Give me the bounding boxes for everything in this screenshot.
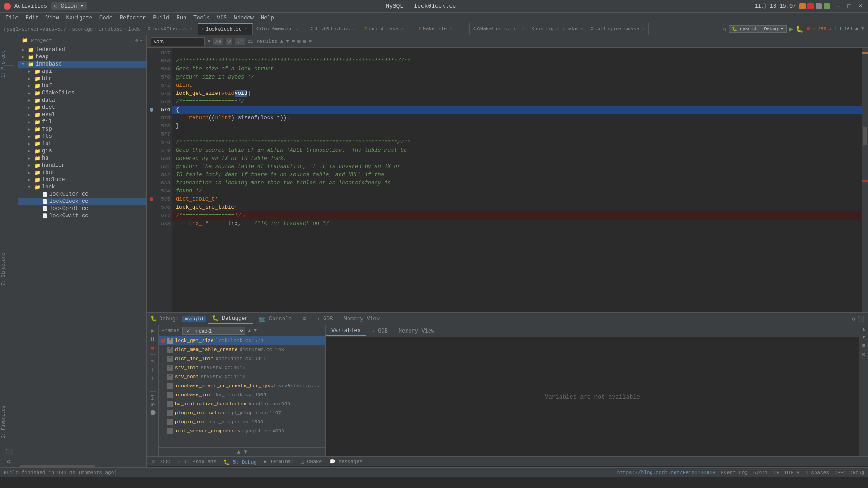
activities-label[interactable]: Activities [14, 3, 47, 9]
tab-console[interactable]: 📺 Console [255, 314, 297, 324]
expand-all-btn[interactable]: ▲ [248, 328, 251, 333]
bottom-tab-problems[interactable]: ⚠ 6: Problems [174, 458, 220, 465]
menu-vcs[interactable]: VCS [213, 14, 231, 22]
breadcrumb-part2[interactable]: storage [72, 27, 93, 32]
menu-navigate[interactable]: Navigate [62, 14, 96, 22]
tab-dict0mem[interactable]: Cdict0mem.cc× [253, 23, 307, 35]
breadcrumb-part1[interactable]: mysql-server-vats-5.7 [4, 27, 66, 32]
csdn-link[interactable]: https://blog.csdn.net/Fei20140908 [617, 470, 716, 475]
debug-run-btn[interactable]: 🐛 [796, 25, 803, 33]
tree-fut[interactable]: ▶ 📁 fut [18, 140, 146, 147]
tab-makefile[interactable]: MMakefile× [415, 23, 470, 35]
regex-btn[interactable]: .* [235, 38, 245, 45]
filter-btn[interactable]: ≡ [309, 39, 312, 44]
close-btn[interactable]: × [856, 2, 864, 10]
structure-panel-btn[interactable]: 7: Structure [0, 251, 7, 287]
encoding[interactable]: UTF-8 [785, 470, 800, 475]
debug-settings-btn[interactable]: ⚙ [852, 315, 855, 323]
thread-select[interactable]: ✓ Thread-1 [182, 327, 245, 335]
debug-config-badge[interactable]: 🐛 mysqld | Debug ▾ [729, 25, 787, 33]
bottom-tab-cmake[interactable]: △ CMake [297, 458, 326, 465]
tree-gis[interactable]: ▶ 📁 gis [18, 147, 146, 155]
menu-run[interactable]: Run [173, 14, 190, 22]
menu-view[interactable]: View [42, 14, 63, 22]
var-tab-gdb[interactable]: ✦ GDB [366, 326, 393, 336]
frame-item-6[interactable]: f innobase_start_or_create_for_mysql srv… [159, 381, 326, 390]
var-tab-variables[interactable]: Variables [326, 326, 366, 336]
tree-eval[interactable]: ▶ 📁 eval [18, 111, 146, 118]
infinity-btn[interactable]: ∞ [862, 351, 866, 358]
tree-cmakefiles[interactable]: ▶ 📁 CMakeFiles [18, 89, 146, 97]
bottom-tab-messages[interactable]: 💬 Messages [326, 458, 366, 465]
tree-buf[interactable]: ▶ 📁 buf [18, 82, 146, 89]
event-log[interactable]: Event Log [721, 470, 748, 475]
maximize-btn[interactable]: □ [845, 3, 853, 10]
menu-window[interactable]: Window [231, 14, 257, 22]
frame-item-3[interactable]: f dict_ind_init dict0dict.cc:6011 [159, 354, 326, 363]
tree-heap[interactable]: ▶ 📁 heap [18, 53, 146, 61]
tree-fts[interactable]: ▶ 📁 fts [18, 133, 146, 140]
filetree-settings-btn[interactable]: ⚙ [135, 38, 138, 43]
menu-tools[interactable]: Tools [190, 14, 213, 22]
tab-cmakelists[interactable]: CCMakeLists.txt× [470, 23, 528, 35]
code-content[interactable]: /***************************************… [172, 48, 862, 312]
favorites-panel-btn[interactable]: 2: Favorites [0, 404, 7, 440]
tree-ibuf[interactable]: ▶ 📁 ibuf [18, 169, 146, 176]
search-clear-btn[interactable]: × [208, 38, 211, 45]
line-ending[interactable]: LF [774, 470, 779, 475]
bottom-tab-terminal[interactable]: ▶ Terminal [260, 458, 297, 465]
whole-word-btn[interactable]: W [226, 38, 232, 45]
frame-item-7[interactable]: f innobase_init ha_innodb.cc:4005 [159, 390, 326, 399]
tree-file-lock0prdt[interactable]: 📄 lock0prdt.cc [18, 205, 146, 212]
tab-config-cmake[interactable]: Cconfig.h.cmake× [528, 23, 587, 35]
tab-dict0dict[interactable]: Cdict0dict.cc× [307, 23, 361, 35]
frames-scroll-down[interactable]: ▼ [244, 449, 247, 455]
tab-lock0lock[interactable]: Clock0lock.cc× [198, 23, 253, 35]
tree-lock[interactable]: ▼ 📁 lock [18, 183, 146, 191]
step-over-btn[interactable]: ↷ [151, 357, 155, 365]
tree-api[interactable]: ▶ 📁 api [18, 68, 146, 75]
project-panel-btn[interactable]: 1: Project [0, 49, 7, 80]
var-tab-memory[interactable]: Memory View [393, 327, 440, 336]
right-scroll-up[interactable]: ▲ [862, 327, 865, 332]
tab-gdb[interactable]: ✦ GDB [312, 314, 337, 324]
editor-scrollbar[interactable] [862, 48, 868, 312]
tree-federated[interactable]: ▶ 📁 federated [18, 46, 146, 53]
collapse-all-btn[interactable]: ▼ [254, 328, 257, 333]
evaluate-btn[interactable]: ∑ [151, 394, 154, 400]
frame-item-2[interactable]: f dict_mem_table_create dict0mem.cc:148 [159, 345, 326, 354]
match-case-btn[interactable]: Aa [213, 38, 223, 45]
breadcrumb-part4[interactable]: lock [128, 27, 140, 32]
tab-build-make[interactable]: Mbuild.make× [361, 23, 415, 35]
scroll-up-btn[interactable]: ▲ [855, 26, 859, 32]
pause-btn[interactable]: ⏸ [150, 336, 156, 343]
frame-item-11[interactable]: f init_server_components mysqld.cc:4033 [159, 427, 326, 436]
expand-btn[interactable]: ⊞ [297, 38, 301, 44]
menu-build[interactable]: Build [149, 14, 173, 22]
breadcrumb-part3[interactable]: innobase [99, 27, 123, 32]
tab-configure-cmake[interactable]: Cconfigure.cmake× [587, 23, 649, 35]
indent-info[interactable]: 4 spaces [805, 470, 829, 475]
frame-item-4[interactable]: f srv_init srv0srv.cc:1015 [159, 363, 326, 372]
tree-include[interactable]: ▶ 📁 include [18, 176, 146, 183]
tree-fsp[interactable]: ▶ 📁 fsp [18, 126, 146, 133]
tree-file-lock0wait[interactable]: 📄 lock0wait.cc [18, 212, 146, 220]
frames-scroll-up[interactable]: ▲ [237, 449, 240, 455]
bottom-tab-todo[interactable]: ☑ TODO [149, 458, 174, 465]
tree-dict[interactable]: ▶ 📁 dict [18, 104, 146, 111]
stop-btn[interactable]: ■ [806, 25, 810, 33]
debug-minimize-btn[interactable]: ⬛ [857, 315, 864, 323]
menu-edit[interactable]: Edit [22, 14, 42, 22]
tab-output[interactable]: ≡ [298, 314, 310, 324]
tree-file-lock0lock[interactable]: 📄 lock0lock.cc [18, 198, 146, 205]
tree-btr[interactable]: ▶ 📁 btr [18, 75, 146, 82]
next-result-btn[interactable]: ▼ [286, 38, 289, 45]
frame-item-9[interactable]: f plugin_initialize sql_plugin.cc:1197 [159, 408, 326, 418]
frame-item-5[interactable]: f srv_boot srv0srv.cc:1116 [159, 372, 326, 381]
menu-help[interactable]: Help [257, 14, 278, 22]
run-btn[interactable]: ▶ [789, 25, 793, 33]
prev-result-btn[interactable]: ▲ [280, 38, 283, 45]
tree-file-lock0iter[interactable]: 📄 lock0Iter.cc [18, 191, 146, 198]
search-input[interactable] [151, 37, 205, 46]
tree-fil[interactable]: ▶ 📁 fil [18, 118, 146, 126]
